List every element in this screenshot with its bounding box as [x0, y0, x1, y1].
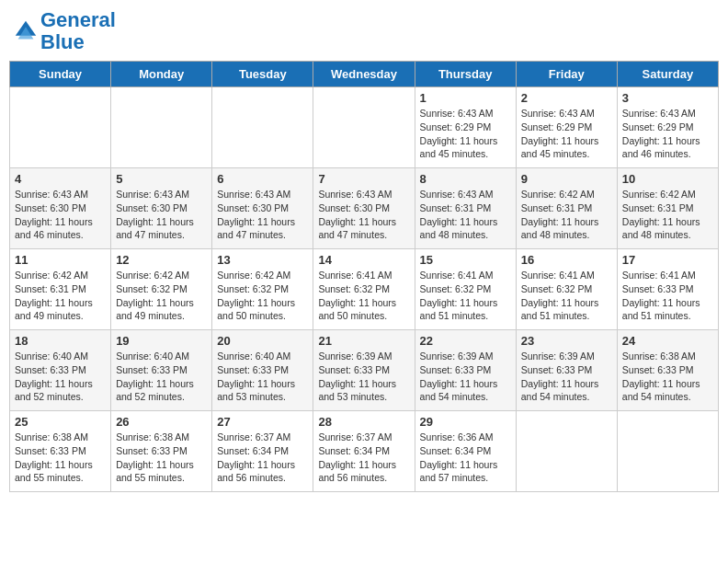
- day-number: 17: [622, 253, 713, 267]
- daylight-text: Daylight: 11 hours and 51 minutes.: [420, 296, 511, 323]
- calendar-cell: 16Sunrise: 6:41 AMSunset: 6:32 PMDayligh…: [516, 249, 617, 330]
- daylight-text: Daylight: 11 hours and 51 minutes.: [622, 296, 713, 323]
- sunset-text: Sunset: 6:32 PM: [116, 282, 207, 296]
- day-number: 8: [420, 172, 511, 186]
- calendar-cell: 21Sunrise: 6:39 AMSunset: 6:33 PMDayligh…: [313, 330, 415, 411]
- calendar-cell: 19Sunrise: 6:40 AMSunset: 6:33 PMDayligh…: [111, 330, 212, 411]
- day-info: Sunrise: 6:39 AMSunset: 6:33 PMDaylight:…: [318, 350, 409, 404]
- calendar-cell: 22Sunrise: 6:39 AMSunset: 6:33 PMDayligh…: [415, 330, 516, 411]
- daylight-text: Daylight: 11 hours and 47 minutes.: [116, 215, 207, 242]
- day-info: Sunrise: 6:38 AMSunset: 6:33 PMDaylight:…: [15, 431, 106, 485]
- calendar-cell: 4Sunrise: 6:43 AMSunset: 6:30 PMDaylight…: [10, 168, 111, 249]
- day-number: 5: [116, 172, 207, 186]
- calendar-cell: [212, 87, 313, 168]
- day-info: Sunrise: 6:43 AMSunset: 6:30 PMDaylight:…: [15, 188, 106, 242]
- sunrise-text: Sunrise: 6:43 AM: [622, 107, 713, 121]
- sunset-text: Sunset: 6:33 PM: [521, 363, 612, 377]
- sunrise-text: Sunrise: 6:42 AM: [521, 188, 612, 201]
- day-info: Sunrise: 6:40 AMSunset: 6:33 PMDaylight:…: [15, 350, 106, 404]
- sunset-text: Sunset: 6:33 PM: [217, 363, 308, 377]
- sunset-text: Sunset: 6:33 PM: [622, 282, 713, 296]
- calendar-week-4: 18Sunrise: 6:40 AMSunset: 6:33 PMDayligh…: [10, 330, 719, 411]
- day-number: 14: [318, 253, 409, 267]
- sunrise-text: Sunrise: 6:41 AM: [622, 269, 713, 282]
- daylight-text: Daylight: 11 hours and 48 minutes.: [622, 215, 713, 242]
- sunset-text: Sunset: 6:29 PM: [622, 121, 713, 134]
- sunrise-text: Sunrise: 6:41 AM: [318, 269, 409, 282]
- sunrise-text: Sunrise: 6:38 AM: [622, 350, 713, 363]
- day-number: 25: [15, 415, 106, 429]
- day-number: 4: [15, 172, 106, 186]
- day-info: Sunrise: 6:39 AMSunset: 6:33 PMDaylight:…: [420, 350, 511, 404]
- weekday-header-thursday: Thursday: [415, 62, 516, 87]
- calendar-cell: [617, 411, 718, 492]
- day-info: Sunrise: 6:43 AMSunset: 6:31 PMDaylight:…: [420, 188, 511, 242]
- daylight-text: Daylight: 11 hours and 48 minutes.: [420, 215, 511, 242]
- sunset-text: Sunset: 6:29 PM: [521, 121, 612, 134]
- daylight-text: Daylight: 11 hours and 55 minutes.: [116, 458, 207, 485]
- calendar-cell: 5Sunrise: 6:43 AMSunset: 6:30 PMDaylight…: [111, 168, 212, 249]
- sunrise-text: Sunrise: 6:43 AM: [521, 107, 612, 121]
- daylight-text: Daylight: 11 hours and 46 minutes.: [622, 134, 713, 161]
- day-info: Sunrise: 6:43 AMSunset: 6:29 PMDaylight:…: [420, 107, 511, 161]
- day-info: Sunrise: 6:42 AMSunset: 6:32 PMDaylight:…: [217, 269, 308, 323]
- calendar-cell: 3Sunrise: 6:43 AMSunset: 6:29 PMDaylight…: [617, 87, 718, 168]
- sunrise-text: Sunrise: 6:40 AM: [15, 350, 106, 363]
- calendar-week-5: 25Sunrise: 6:38 AMSunset: 6:33 PMDayligh…: [10, 411, 719, 492]
- sunrise-text: Sunrise: 6:42 AM: [15, 269, 106, 282]
- daylight-text: Daylight: 11 hours and 54 minutes.: [622, 377, 713, 404]
- calendar-cell: 17Sunrise: 6:41 AMSunset: 6:33 PMDayligh…: [617, 249, 718, 330]
- day-number: 2: [521, 91, 612, 105]
- sunrise-text: Sunrise: 6:43 AM: [318, 188, 409, 201]
- daylight-text: Daylight: 11 hours and 56 minutes.: [217, 458, 308, 485]
- sunrise-text: Sunrise: 6:42 AM: [622, 188, 713, 201]
- sunset-text: Sunset: 6:33 PM: [116, 363, 207, 377]
- weekday-header-monday: Monday: [111, 62, 212, 87]
- calendar-cell: 10Sunrise: 6:42 AMSunset: 6:31 PMDayligh…: [617, 168, 718, 249]
- daylight-text: Daylight: 11 hours and 56 minutes.: [318, 458, 409, 485]
- daylight-text: Daylight: 11 hours and 54 minutes.: [521, 377, 612, 404]
- sunrise-text: Sunrise: 6:37 AM: [217, 431, 308, 444]
- logo-icon: [13, 18, 39, 44]
- day-info: Sunrise: 6:41 AMSunset: 6:32 PMDaylight:…: [521, 269, 612, 323]
- sunset-text: Sunset: 6:33 PM: [15, 444, 106, 458]
- sunset-text: Sunset: 6:31 PM: [15, 282, 106, 296]
- day-info: Sunrise: 6:41 AMSunset: 6:32 PMDaylight:…: [420, 269, 511, 323]
- day-info: Sunrise: 6:41 AMSunset: 6:32 PMDaylight:…: [318, 269, 409, 323]
- sunset-text: Sunset: 6:33 PM: [116, 444, 207, 458]
- sunset-text: Sunset: 6:30 PM: [116, 201, 207, 215]
- day-number: 15: [420, 253, 511, 267]
- sunset-text: Sunset: 6:33 PM: [15, 363, 106, 377]
- calendar-cell: 1Sunrise: 6:43 AMSunset: 6:29 PMDaylight…: [415, 87, 516, 168]
- day-info: Sunrise: 6:40 AMSunset: 6:33 PMDaylight:…: [116, 350, 207, 404]
- daylight-text: Daylight: 11 hours and 47 minutes.: [217, 215, 308, 242]
- sunset-text: Sunset: 6:29 PM: [420, 121, 511, 134]
- day-number: 16: [521, 253, 612, 267]
- sunrise-text: Sunrise: 6:43 AM: [420, 188, 511, 201]
- day-number: 6: [217, 172, 308, 186]
- day-info: Sunrise: 6:42 AMSunset: 6:31 PMDaylight:…: [521, 188, 612, 242]
- calendar-cell: [516, 411, 617, 492]
- weekday-header-sunday: Sunday: [10, 62, 111, 87]
- daylight-text: Daylight: 11 hours and 45 minutes.: [420, 134, 511, 161]
- sunset-text: Sunset: 6:31 PM: [521, 201, 612, 215]
- calendar-cell: 29Sunrise: 6:36 AMSunset: 6:34 PMDayligh…: [415, 411, 516, 492]
- sunrise-text: Sunrise: 6:43 AM: [116, 188, 207, 201]
- calendar-cell: 6Sunrise: 6:43 AMSunset: 6:30 PMDaylight…: [212, 168, 313, 249]
- sunset-text: Sunset: 6:32 PM: [420, 282, 511, 296]
- sunrise-text: Sunrise: 6:43 AM: [217, 188, 308, 201]
- sunset-text: Sunset: 6:33 PM: [622, 363, 713, 377]
- day-info: Sunrise: 6:38 AMSunset: 6:33 PMDaylight:…: [116, 431, 207, 485]
- day-info: Sunrise: 6:42 AMSunset: 6:31 PMDaylight:…: [15, 269, 106, 323]
- sunrise-text: Sunrise: 6:39 AM: [318, 350, 409, 363]
- calendar-cell: 25Sunrise: 6:38 AMSunset: 6:33 PMDayligh…: [10, 411, 111, 492]
- sunrise-text: Sunrise: 6:41 AM: [420, 269, 511, 282]
- sunset-text: Sunset: 6:34 PM: [318, 444, 409, 458]
- daylight-text: Daylight: 11 hours and 57 minutes.: [420, 458, 511, 485]
- daylight-text: Daylight: 11 hours and 50 minutes.: [318, 296, 409, 323]
- day-number: 24: [622, 334, 713, 348]
- day-number: 21: [318, 334, 409, 348]
- daylight-text: Daylight: 11 hours and 53 minutes.: [217, 377, 308, 404]
- logo: General Blue: [13, 9, 116, 53]
- calendar-cell: [313, 87, 415, 168]
